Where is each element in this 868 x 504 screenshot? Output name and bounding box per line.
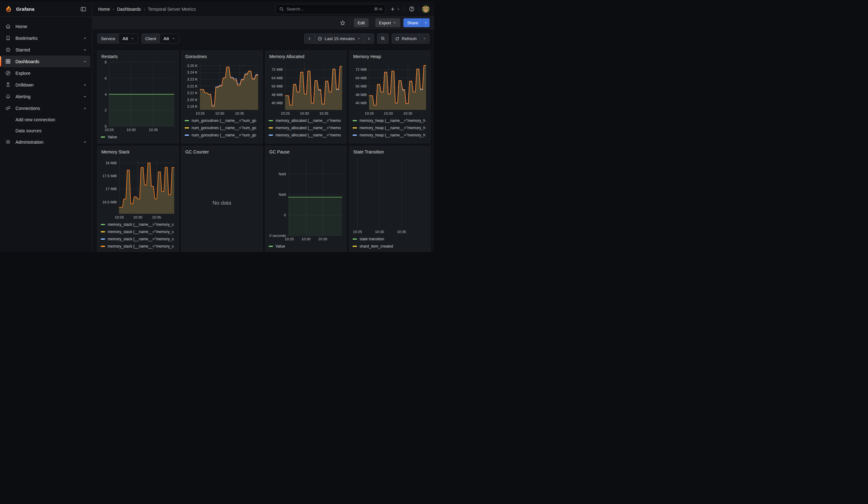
legend-item[interactable]: shard_item_created bbox=[353, 243, 427, 250]
filter-selected-value: All bbox=[164, 36, 169, 41]
legend-item[interactable]: Value bbox=[269, 243, 343, 250]
legend-label: memory_allocated {__name__="memo bbox=[276, 126, 341, 130]
chevron-down-icon[interactable] bbox=[83, 94, 87, 99]
legend-item[interactable]: num_goroutines {__name__="num_go bbox=[185, 131, 259, 138]
chevron-down-icon[interactable] bbox=[83, 59, 87, 64]
panel-title[interactable]: Memory Stack bbox=[101, 149, 175, 155]
time-range-picker[interactable]: Last 15 minutes bbox=[314, 33, 364, 43]
legend-item[interactable]: memory_stack {__name__="memory_s bbox=[101, 235, 175, 243]
refresh-button[interactable]: Refresh bbox=[392, 33, 420, 43]
bell-icon bbox=[5, 93, 11, 100]
share-menu-button[interactable] bbox=[422, 18, 430, 27]
svg-text:NaN: NaN bbox=[279, 172, 286, 176]
chart-memory-heap[interactable]: 72 MiB64 MiB56 MiB48 MiB40 MiB10:2510:30… bbox=[353, 61, 427, 116]
legend-item[interactable]: num_goroutines {__name__="num_go bbox=[185, 117, 259, 124]
search-input[interactable]: ⌘+k bbox=[276, 4, 386, 14]
svg-text:8: 8 bbox=[105, 61, 107, 64]
legend-item[interactable]: memory_stack {__name__="memory_s bbox=[101, 221, 175, 228]
legend-item[interactable]: memory_heap {__name__="memory_h bbox=[353, 117, 427, 124]
legend-color-dash bbox=[353, 120, 357, 121]
panel-title[interactable]: Restarts bbox=[101, 53, 175, 60]
sidebar-item-dashboards[interactable]: Dashboards bbox=[2, 55, 90, 67]
legend-item[interactable]: Value bbox=[101, 133, 175, 141]
chart-restarts[interactable]: 8642010:2510:3010:35 bbox=[101, 61, 175, 132]
chart-memory-stack[interactable]: 18 MiB17.5 MiB17 MiB16.5 MiB10:2510:3010… bbox=[101, 156, 175, 220]
panel-title[interactable]: GC Counter bbox=[185, 149, 259, 155]
svg-text:10:25: 10:25 bbox=[196, 112, 205, 115]
svg-text:3.25 K: 3.25 K bbox=[187, 64, 198, 68]
legend-item[interactable]: memory_heap {__name__="memory_h bbox=[353, 124, 427, 131]
sidebar-item-explore[interactable]: Explore bbox=[2, 67, 90, 79]
grafana-app: Grafana Home›Dashboards›Temporal Server … bbox=[0, 0, 434, 252]
panel-title[interactable]: Memory Allocated bbox=[269, 53, 343, 60]
legend-item[interactable]: memory_heap {__name__="memory_h bbox=[353, 131, 427, 138]
time-shift-back-button[interactable] bbox=[304, 33, 315, 43]
user-avatar[interactable] bbox=[422, 6, 430, 13]
chevron-down-icon[interactable] bbox=[83, 83, 87, 87]
sidebar-item-home[interactable]: Home bbox=[2, 21, 90, 32]
sidebar-item-drilldown[interactable]: Drilldown bbox=[2, 79, 90, 91]
filter-client[interactable]: ClientAll bbox=[142, 33, 179, 43]
subheader-divider bbox=[372, 20, 372, 26]
chart-goroutines[interactable]: 3.25 K3.24 K3.23 K3.22 K3.21 K3.20 K3.19… bbox=[185, 61, 259, 116]
filter-value-select[interactable]: All bbox=[119, 34, 138, 43]
panel-title[interactable]: Goroutines bbox=[185, 53, 259, 60]
panel-goroutines: Goroutines 3.25 K3.24 K3.23 K3.22 K3.21 … bbox=[181, 51, 262, 143]
legend-item[interactable]: num_goroutines {__name__="num_go bbox=[185, 124, 259, 131]
legend-item[interactable]: memory_allocated {__name__="memo bbox=[269, 124, 343, 131]
svg-text:3.22 K: 3.22 K bbox=[187, 84, 198, 88]
sidebar-item-bookmarks[interactable]: Bookmarks bbox=[2, 32, 90, 44]
filter-service[interactable]: ServiceAll bbox=[97, 33, 138, 43]
legend-label: Value bbox=[107, 135, 117, 139]
legend-label: num_goroutines {__name__="num_go bbox=[192, 133, 256, 137]
chevron-down-icon[interactable] bbox=[83, 140, 87, 144]
panel-title[interactable]: State Transition bbox=[353, 149, 427, 155]
filter-value-select[interactable]: All bbox=[160, 34, 179, 43]
sidebar-item-connections[interactable]: Connections bbox=[2, 102, 90, 114]
legend-color-dash bbox=[353, 127, 357, 128]
favorite-star-button[interactable] bbox=[338, 18, 347, 27]
time-shift-forward-button[interactable] bbox=[364, 33, 374, 43]
legend-color-dash bbox=[101, 224, 105, 225]
zoom-out-button[interactable] bbox=[377, 33, 389, 43]
export-label: Export bbox=[379, 21, 391, 25]
legend-item[interactable]: memory_allocated {__name__="memo bbox=[269, 117, 343, 124]
header-brand-area: Grafana bbox=[0, 2, 92, 17]
header-divider bbox=[419, 6, 419, 12]
breadcrumb-item[interactable]: Home bbox=[98, 7, 110, 12]
legend-item[interactable]: state transition bbox=[353, 235, 427, 243]
chart-gc-pause[interactable]: NaNNaN00 seconds10:2510:3010:35 bbox=[269, 156, 343, 241]
svg-text:10:30: 10:30 bbox=[126, 128, 136, 132]
dock-menu-button[interactable] bbox=[79, 5, 88, 13]
legend-item[interactable]: memory_stack {__name__="memory_s bbox=[101, 228, 175, 235]
chart-state-transition[interactable]: 10:2510:3010:35 bbox=[353, 156, 427, 234]
chevron-up-icon[interactable] bbox=[83, 106, 87, 111]
chart-memory-allocated[interactable]: 72 MiB64 MiB56 MiB48 MiB40 MiB10:2510:30… bbox=[269, 61, 343, 116]
search-field[interactable] bbox=[287, 7, 372, 11]
legend-item[interactable]: memory_heap {__name__="memory_h bbox=[353, 138, 427, 141]
breadcrumb-separator-icon: › bbox=[113, 7, 114, 11]
legend-color-dash bbox=[353, 238, 357, 240]
sidebar-item-starred[interactable]: Starred bbox=[2, 44, 90, 55]
legend-item[interactable]: memory_allocated {__name__="memo bbox=[269, 131, 343, 138]
sidebar-item-data-sources[interactable]: Data sources bbox=[2, 125, 90, 136]
edit-button[interactable]: Edit bbox=[354, 18, 368, 27]
breadcrumb-item[interactable]: Dashboards bbox=[117, 7, 141, 12]
panel-title[interactable]: GC Pause bbox=[269, 149, 343, 155]
refresh-interval-button[interactable] bbox=[420, 33, 430, 43]
sidebar-item-add-new-connection[interactable]: Add new connection bbox=[2, 114, 90, 125]
legend-color-dash bbox=[353, 246, 357, 247]
export-button[interactable]: Export bbox=[375, 18, 401, 27]
share-button[interactable]: Share bbox=[403, 18, 422, 27]
chevron-down-icon[interactable] bbox=[83, 48, 87, 52]
legend-item[interactable]: memory_allocated {__name__="memo bbox=[269, 138, 343, 141]
add-new-button[interactable] bbox=[389, 4, 402, 14]
sidebar-item-label: Bookmarks bbox=[16, 36, 38, 41]
legend-item[interactable]: num_goroutines {__name__="num_go bbox=[185, 138, 259, 141]
panel-title[interactable]: Memory Heap bbox=[353, 53, 427, 60]
sidebar-item-administration[interactable]: Administration bbox=[2, 136, 90, 148]
legend-item[interactable]: memory_stack {__name__="memory_s bbox=[101, 243, 175, 250]
help-button[interactable] bbox=[407, 4, 416, 14]
chevron-down-icon[interactable] bbox=[83, 36, 87, 40]
sidebar-item-alerting[interactable]: Alerting bbox=[2, 91, 90, 102]
